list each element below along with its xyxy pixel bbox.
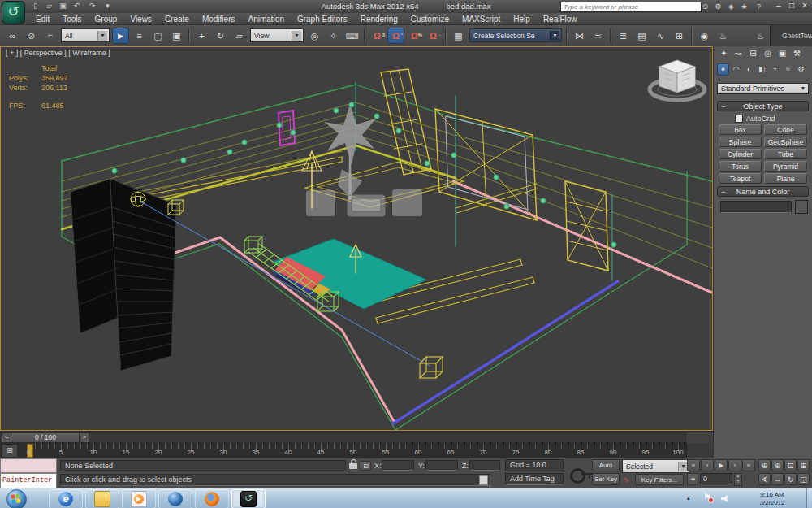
unlink-selection-icon[interactable]: ⊘ [23,28,40,44]
percent-snap-icon[interactable]: Ω% [406,28,423,44]
taskbar-windows-explorer[interactable] [85,489,119,508]
tab-ghosttown[interactable]: GhostTown [782,32,812,40]
time-slider-track[interactable] [0,432,686,443]
menu-group[interactable]: Group [89,13,124,25]
layer-manager-icon[interactable]: ≣ [615,28,632,44]
zoom-extents-icon[interactable]: ⊡ [784,459,797,471]
next-frame-button[interactable]: › [728,459,741,471]
torus-button[interactable]: Torus [719,161,762,172]
z-coord-field[interactable] [469,460,500,471]
tab-hierarchy-icon[interactable]: ⊟ [746,47,760,59]
named-selection-set-dropdown[interactable]: Create Selection Se▼ [469,28,562,42]
wrench-icon[interactable]: ⚙ [713,2,723,11]
close-button[interactable]: × [799,1,810,11]
time-slider-handle[interactable]: 0 / 100 [11,432,80,443]
current-frame-field[interactable] [700,473,732,484]
schematic-view-icon[interactable]: ⊞ [671,28,688,44]
infocenter-search-input[interactable] [560,2,702,12]
selection-filter-dropdown[interactable]: All▼ [61,28,110,42]
primitive-category-dropdown[interactable]: Standard Primitives▼ [717,83,809,94]
box-button[interactable]: Box [719,124,762,135]
sphere-button[interactable]: Sphere [719,137,762,147]
zoom-all-icon[interactable]: ⊛ [771,459,784,471]
tab-display-icon[interactable]: ▣ [775,47,789,59]
open-file-icon[interactable]: ▱ [43,1,55,11]
start-button[interactable] [6,489,27,508]
manage-scene-icon[interactable]: ▾ [102,1,114,11]
keyboard-override-icon[interactable]: ⌨ [343,28,361,44]
tab-modify-icon[interactable]: ↝ [732,47,745,59]
menu-realflow[interactable]: RealFlow [537,13,584,25]
y-coord-field[interactable] [425,460,458,471]
use-pivot-center-icon[interactable]: ◎ [306,28,323,44]
spinner-snap-icon[interactable]: Ω· [425,28,442,44]
communication-center-icon[interactable]: ◈ [726,2,736,11]
select-and-scale-icon[interactable]: ▱ [231,28,248,44]
volume-icon[interactable] [721,495,730,502]
curve-editor-icon[interactable]: ∿ [652,28,669,44]
checkbox-icon[interactable] [735,115,743,123]
helper-cube-bottom[interactable] [420,357,443,378]
redo-icon[interactable]: ↷ [86,1,98,11]
render-setup-icon[interactable]: ♨ [715,28,732,44]
object-color-swatch[interactable] [795,200,808,214]
blue-wall-base[interactable] [393,281,618,423]
snap-toggle-3d-icon[interactable]: Ω3 [369,28,386,44]
selection-set-key-dropdown[interactable]: Selected▼ [622,459,690,473]
mirror-icon[interactable]: ⋈ [571,28,588,44]
taskbar-internet-explorer[interactable]: e [49,489,83,508]
rendered-frame-window-icon[interactable] [733,28,750,44]
taskbar-clock[interactable]: 9:16 AM 3/2/2012 [743,491,801,507]
material-editor-icon[interactable]: ◉ [696,28,713,44]
pan-icon[interactable]: ↔ [771,473,784,485]
absolute-offset-toggle-icon[interactable]: ⊡ [361,461,371,471]
menu-rendering[interactable]: Rendering [354,13,404,25]
selection-lock-icon[interactable] [349,463,357,469]
zoom-icon[interactable]: ⊕ [758,459,771,471]
next-frame-arrow[interactable]: > [79,432,89,443]
menu-animation[interactable]: Animation [241,13,290,25]
maximize-viewport-toggle-icon[interactable]: ◱ [797,473,810,485]
category-space-warps-icon[interactable]: ≈ [782,63,794,76]
plane-button[interactable]: Plane [764,173,807,184]
notes-icon[interactable] [479,475,488,485]
new-scene-icon[interactable]: ▯ [29,1,41,11]
rectangular-selection-region-icon[interactable]: ▢ [149,28,166,44]
teapot-button[interactable]: Teapot [719,173,762,184]
save-file-icon[interactable]: ▣ [57,1,69,11]
menu-create[interactable]: Create [158,13,196,25]
viewport-label[interactable]: [ + ] [ Perspective ] [ Wireframe ] [6,49,110,57]
yellow-beams[interactable] [114,151,538,323]
set-keys-key-icon[interactable] [570,468,585,484]
x-coord-field[interactable] [382,460,414,471]
field-of-view-icon[interactable]: ∢ [758,473,771,485]
category-systems-icon[interactable]: ⚙ [795,63,807,76]
key-filters-button[interactable]: Key Filters... [635,474,684,485]
auto-key-button[interactable]: Auto Key [592,459,620,471]
cone-button[interactable]: Cone [764,124,807,135]
gray-panels[interactable] [306,189,422,216]
previous-frame-button[interactable]: ‹ [701,459,714,471]
graphite-modeling-icon[interactable]: ▤ [633,28,650,44]
select-and-manipulate-icon[interactable]: ✧ [325,28,342,44]
menu-customize[interactable]: Customize [404,13,456,25]
key-mode-toggle-icon[interactable]: ↠ [687,473,698,485]
select-by-name-icon[interactable]: ≡ [131,28,148,44]
menu-modifiers[interactable]: Modifiers [196,13,242,25]
track-bar[interactable]: ⊞ 0 5 10 15 20 25 30 35 40 45 50 55 60 6… [0,443,713,458]
favorites-star-icon[interactable]: ★ [739,2,749,11]
undo-icon[interactable]: ↶ [71,1,83,11]
select-object-button[interactable]: ► [112,28,129,44]
autogrid-checkbox[interactable]: AutoGrid [735,115,775,123]
menu-views[interactable]: Views [123,13,158,25]
zoom-extents-all-icon[interactable]: ⊞ [797,459,810,471]
application-menu-button[interactable]: ↺ [2,1,25,24]
viewcube[interactable] [650,60,705,100]
scene-3d[interactable] [1,47,712,430]
window-frames[interactable] [381,69,608,271]
object-type-rollout-header[interactable]: −Object Type [717,101,809,111]
name-color-rollout-header[interactable]: −Name and Color [717,186,809,197]
tab-utilities-icon[interactable]: ⚒ [790,47,804,59]
pyramid-button[interactable]: Pyramid [764,161,807,172]
action-center-icon[interactable]: ⚑ [703,492,711,502]
